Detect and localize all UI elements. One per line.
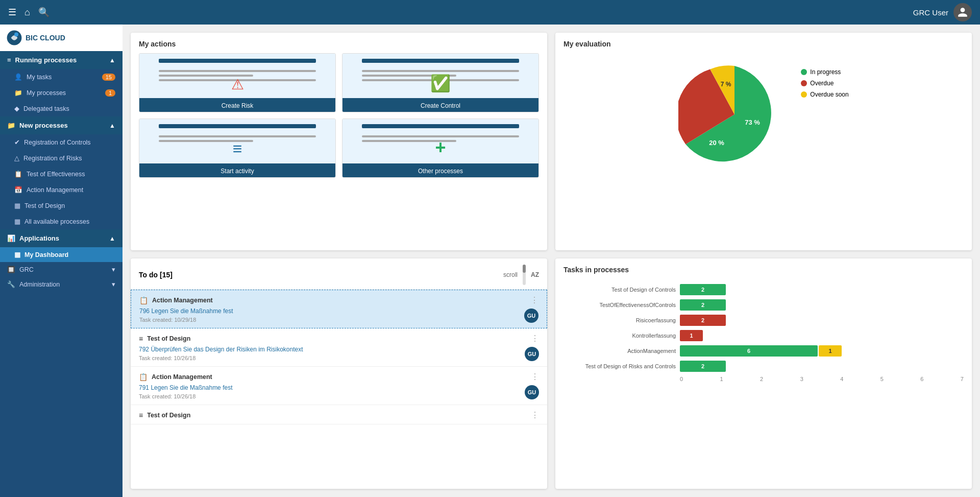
sidebar-item-grc[interactable]: 🔲 GRC ▾ — [0, 262, 122, 277]
sidebar-section-running-processes[interactable]: ≡ Running processes ▲ — [0, 51, 122, 69]
sidebar-item-test-effectiveness[interactable]: 📋 Test of Effectiveness — [0, 166, 122, 182]
todo-icon-3: 📋 — [139, 373, 148, 381]
sidebar-section-applications[interactable]: 📊 Applications ▲ — [0, 229, 122, 247]
home-icon[interactable]: ⌂ — [24, 7, 30, 18]
legend-dot-yellow — [801, 91, 807, 98]
todo-item-1-header: 📋 Action Management ⋮ — [139, 295, 538, 305]
running-processes-chevron: ▲ — [109, 57, 115, 64]
todo-item-3-menu[interactable]: ⋮ — [531, 372, 539, 382]
new-processes-chevron: ▲ — [109, 122, 115, 129]
sidebar-section-new-processes[interactable]: 📁 New processes ▲ — [0, 116, 122, 134]
lines-icon: ≡ — [233, 139, 242, 158]
sidebar-item-test-design[interactable]: ▦ Test of Design — [0, 198, 122, 214]
registration-controls-label: Registration of Controls — [24, 139, 91, 146]
todo-item-1-menu[interactable]: ⋮ — [530, 295, 538, 305]
delegated-tasks-label: Delegated tasks — [23, 105, 69, 112]
new-processes-label: New processes — [19, 122, 68, 129]
start-activity-preview: ≡ — [139, 119, 335, 165]
applications-label: Applications — [19, 234, 59, 242]
my-actions-grid: ⚠ Create Risk ✅ — [131, 53, 547, 186]
sidebar-item-registration-risks[interactable]: △ Registration of Risks — [0, 150, 122, 166]
todo-list: 📋 Action Management ⋮ 796 Legen Sie die … — [131, 290, 547, 424]
dashboard-icon: ▦ — [14, 251, 20, 258]
sidebar-item-my-dashboard[interactable]: ▦ My Dashboard — [0, 247, 122, 262]
other-processes-tile[interactable]: + Other processes — [342, 119, 539, 178]
todo-item-1-date: Task created: 10/29/18 — [139, 317, 233, 323]
all-processes-label: All available processes — [24, 218, 89, 225]
menu-icon[interactable]: ☰ — [8, 7, 16, 18]
todo-item-3-date: Task created: 10/26/18 — [139, 393, 232, 399]
sidebar-item-all-processes[interactable]: ▦ All available processes — [0, 214, 122, 229]
sidebar-item-my-processes[interactable]: 📁 My processes 1 — [0, 85, 122, 101]
bar-row-6: Test of Design of Risks and Controls 2 — [564, 361, 964, 372]
top-nav: ☰ ⌂ 🔍 GRC User — [0, 0, 980, 25]
create-control-preview: ✅ — [342, 54, 538, 100]
grc-chevron: ▾ — [112, 266, 115, 273]
todo-item-2[interactable]: ≡ Test of Design ⋮ 792 Überprüfen Sie da… — [131, 328, 547, 367]
x-axis: 0 1 2 3 4 5 6 7 — [564, 376, 964, 382]
todo-item-1-content: 796 Legen Sie die Maßnahme fest Task cre… — [139, 307, 233, 323]
new-processes-icon: 📁 — [7, 122, 15, 129]
calendar-icon: 📅 — [14, 186, 22, 194]
todo-icon-2: ≡ — [139, 335, 143, 343]
sidebar-item-administration[interactable]: 🔧 Administration ▾ — [0, 277, 122, 292]
x-0: 0 — [680, 376, 683, 382]
sort-az[interactable]: AZ — [531, 271, 539, 278]
legend-label-overdue-soon: Overdue soon — [810, 91, 848, 98]
scroll-track[interactable] — [523, 265, 526, 285]
sidebar-item-delegated-tasks[interactable]: ◆ Delegated tasks — [0, 101, 122, 116]
bar-track-1: 2 — [680, 284, 964, 295]
todo-item-3-link[interactable]: 791 Legen Sie die Maßnahme fest — [139, 384, 232, 391]
todo-item-1-title: 📋 Action Management — [139, 296, 213, 304]
todo-item-2-avatar: GU — [525, 347, 539, 361]
start-activity-tile[interactable]: ≡ Start activity — [139, 119, 336, 178]
search-icon[interactable]: 🔍 — [38, 7, 50, 18]
todo-item-2-menu[interactable]: ⋮ — [531, 334, 539, 343]
preview-header-2 — [362, 59, 519, 63]
my-tasks-label: My tasks — [27, 74, 52, 81]
todo-item-3[interactable]: 📋 Action Management ⋮ 791 Legen Sie die … — [131, 367, 547, 405]
bar-row-1: Test of Design of Controls 2 — [564, 284, 964, 295]
todo-item-4[interactable]: ≡ Test of Design ⋮ — [131, 405, 547, 424]
legend-overdue-soon: Overdue soon — [801, 91, 848, 98]
todo-icon-1: 📋 — [139, 296, 148, 304]
other-processes-label: Other processes — [342, 165, 538, 177]
pct-73: 73 % — [745, 119, 760, 126]
todo-item-2-content: 792 Überprüfen Sie das Design der Risike… — [139, 345, 303, 361]
diamond-icon: ◆ — [14, 105, 19, 112]
todo-item-1-link[interactable]: 796 Legen Sie die Maßnahme fest — [139, 307, 233, 315]
check-circle-icon: ✅ — [430, 74, 451, 93]
todo-item-4-menu[interactable]: ⋮ — [531, 410, 539, 420]
my-evaluation-card: My evaluation 73 % 20 % 7 % — [555, 33, 972, 250]
bar-green-5: 6 — [680, 345, 818, 357]
bar-label-2: TestOfEffectivenessOfControls — [564, 302, 676, 308]
folder-icon: 📁 — [14, 89, 22, 97]
bar-track-5: 6 1 — [680, 345, 964, 357]
todo-item-2-row: 792 Überprüfen Sie das Design der Risike… — [139, 345, 539, 361]
grid-icon: ▦ — [14, 202, 20, 209]
todo-item-2-link[interactable]: 792 Überprüfen Sie das Design der Risike… — [139, 346, 303, 353]
avatar[interactable] — [953, 3, 972, 21]
sidebar-item-action-management[interactable]: 📅 Action Management — [0, 182, 122, 198]
sidebar-item-my-tasks[interactable]: 👤 My tasks 15 — [0, 69, 122, 85]
bar-track-4: 1 — [680, 330, 964, 341]
todo-item-1[interactable]: 📋 Action Management ⋮ 796 Legen Sie die … — [131, 290, 547, 328]
todo-title: To do [15] — [139, 271, 173, 279]
todo-item-3-header: 📋 Action Management ⋮ — [139, 372, 539, 382]
todo-header: To do [15] scroll AZ — [131, 258, 547, 290]
bar-red-4: 1 — [680, 330, 703, 341]
preview-line-7 — [159, 135, 315, 137]
preview-line-1 — [159, 70, 315, 72]
chart-icon: 📊 — [7, 234, 15, 242]
todo-item-1-row: 796 Legen Sie die Maßnahme fest Task cre… — [139, 307, 538, 323]
my-actions-title: My actions — [131, 33, 547, 53]
plus-icon: + — [435, 137, 446, 158]
pie-chart: 73 % 20 % 7 % — [678, 58, 791, 171]
bar-row-5: ActionManagement 6 1 — [564, 345, 964, 357]
create-risk-tile[interactable]: ⚠ Create Risk — [139, 53, 336, 112]
bar-row-2: TestOfEffectivenessOfControls 2 — [564, 299, 964, 311]
admin-icon: 🔧 — [7, 280, 15, 288]
create-control-tile[interactable]: ✅ Create Control — [342, 53, 539, 112]
todo-icon-4: ≡ — [139, 411, 143, 419]
sidebar-item-registration-controls[interactable]: ✔ Registration of Controls — [0, 134, 122, 150]
